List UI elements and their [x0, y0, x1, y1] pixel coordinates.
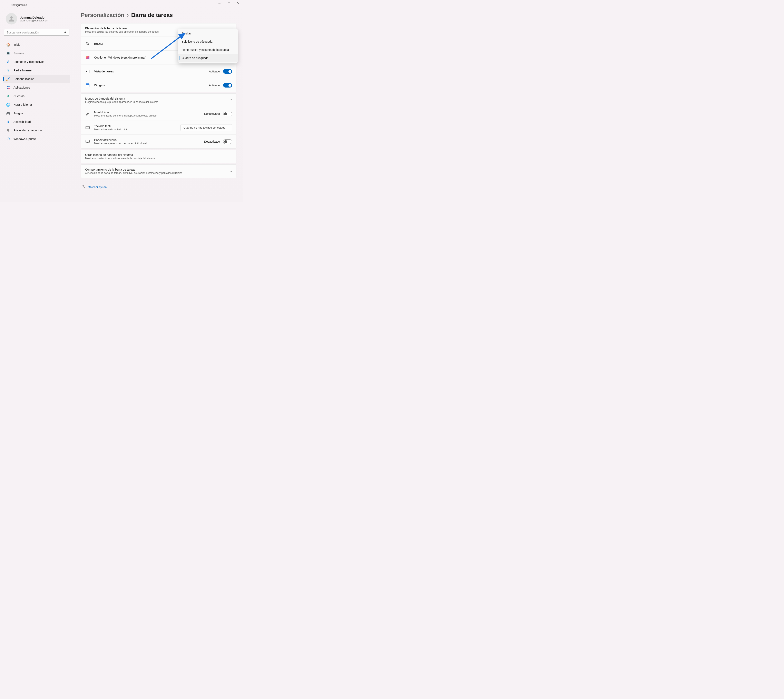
breadcrumb: Personalización › Barra de tareas [81, 12, 236, 18]
nav-accesibilidad[interactable]: Accesibilidad [3, 118, 70, 126]
breadcrumb-parent[interactable]: Personalización [81, 12, 125, 18]
pen-icon [85, 111, 90, 116]
nav-label: Accesibilidad [13, 120, 31, 123]
nav-hora[interactable]: 🌐Hora e idioma [3, 101, 70, 109]
svg-rect-8 [8, 86, 9, 87]
row-sub: Mostrar el icono del menú del lápiz cuan… [94, 114, 204, 117]
row-taskview: Vista de tareas Activado [81, 64, 236, 78]
section-heading: Iconos de bandeja del sistema [85, 97, 158, 100]
update-icon [6, 137, 10, 141]
search-field[interactable] [7, 31, 63, 34]
back-button[interactable]: ← [4, 3, 11, 7]
breadcrumb-current: Barra de tareas [131, 12, 173, 18]
brush-icon: 🖌️ [6, 77, 10, 81]
nav-update[interactable]: Windows Update [3, 135, 70, 143]
nav-privacidad[interactable]: Privacidad y seguridad [3, 126, 70, 134]
widgets-icon [85, 83, 90, 88]
minimize-icon [218, 2, 221, 4]
maximize-icon [228, 2, 230, 4]
svg-text:?: ? [83, 186, 83, 187]
nav-aplicaciones[interactable]: Aplicaciones [3, 83, 70, 92]
dropdown-option-search-box[interactable]: Cuadro de búsqueda [178, 54, 238, 62]
clock-icon: 🌐 [6, 103, 10, 107]
close-button[interactable] [234, 0, 243, 7]
section-taskbar-behavior: Comportamiento de la barra de tareas Ali… [81, 164, 236, 178]
nav-label: Aplicaciones [13, 86, 30, 89]
bluetooth-icon [6, 60, 10, 64]
help-link[interactable]: ? Obtener ayuda [81, 179, 236, 189]
section-other-tray: Otros iconos de bandeja del sistema Most… [81, 150, 236, 163]
toggle-status: Desactivado [204, 140, 220, 143]
section-sub: Mostrar u ocultar iconos adicionales de … [85, 157, 156, 160]
minimize-button[interactable] [215, 0, 224, 7]
user-block[interactable]: Juanma Delgado juanmatek@outlook.com [3, 12, 70, 28]
nav-label: Windows Update [13, 137, 36, 141]
section-header-other-tray[interactable]: Otros iconos de bandeja del sistema Most… [81, 150, 236, 163]
row-touch-keyboard: Teclado táctil Mostrar icono de teclado … [81, 121, 236, 134]
section-sub: Alineación de la barra de tareas, distin… [85, 172, 182, 174]
user-icon [8, 15, 15, 22]
account-icon [6, 94, 10, 98]
nav-label: Privacidad y seguridad [13, 129, 43, 132]
maximize-button[interactable] [224, 0, 234, 7]
toggle-status: Activado [209, 84, 220, 87]
gamepad-icon: 🎮 [6, 111, 10, 115]
toggle-widgets[interactable] [223, 83, 232, 88]
nav-personalizacion[interactable]: 🖌️Personalización [3, 75, 70, 83]
row-pen-menu: Menú Lápiz Mostrar el icono del menú del… [81, 107, 236, 121]
home-icon: 🏠 [6, 43, 10, 47]
row-sub: Mostrar icono de teclado táctil [94, 128, 181, 131]
svg-point-5 [64, 31, 66, 33]
row-label: Menú Lápiz [94, 111, 204, 114]
chevron-right-icon: › [127, 12, 129, 18]
system-icon: 💻 [6, 51, 10, 55]
nav-label: Personalización [13, 77, 34, 81]
toggle-touchpad[interactable] [223, 139, 232, 144]
apps-icon [6, 86, 10, 89]
section-header-tray[interactable]: Iconos de bandeja del sistema Elegir los… [81, 94, 236, 107]
dropdown-option-icon-only[interactable]: Solo icono de búsqueda [178, 38, 238, 46]
svg-rect-9 [7, 88, 8, 89]
svg-rect-10 [8, 88, 9, 89]
touchpad-icon [85, 139, 90, 144]
section-heading: Comportamiento de la barra de tareas [85, 168, 182, 171]
search-icon [63, 30, 67, 34]
row-label: Panel táctil virtual [94, 138, 204, 142]
svg-line-6 [66, 32, 66, 33]
svg-line-14 [88, 44, 89, 45]
nav-juegos[interactable]: 🎮Juegos [3, 109, 70, 117]
avatar [6, 13, 17, 25]
row-label: Widgets [94, 84, 209, 87]
search-input[interactable] [4, 29, 70, 36]
keyboard-icon [85, 125, 90, 130]
dropdown-option-icon-label[interactable]: Icono Buscar y etiqueta de búsqueda [178, 46, 238, 54]
nav-label: Bluetooth y dispositivos [13, 60, 45, 63]
shield-icon [6, 128, 10, 133]
row-label: Vista de tareas [94, 70, 209, 73]
svg-point-11 [8, 95, 8, 96]
toggle-pen[interactable] [223, 112, 232, 116]
section-header-behavior[interactable]: Comportamiento de la barra de tareas Ali… [81, 165, 236, 178]
help-label: Obtener ayuda [88, 186, 107, 189]
dropdown-option-hide[interactable]: Ocultar [178, 29, 238, 38]
help-icon: ? [81, 185, 85, 189]
nav-sistema[interactable]: 💻Sistema [3, 49, 70, 57]
nav-label: Hora e idioma [13, 103, 32, 106]
nav-label: Red e Internet [13, 69, 32, 72]
svg-point-12 [8, 120, 8, 121]
user-name: Juanma Delgado [20, 16, 48, 19]
dropdown-touch-keyboard[interactable]: Cuando no hay teclado conectado ⌄ [181, 124, 232, 131]
nav-cuentas[interactable]: Cuentas [3, 92, 70, 100]
toggle-taskview[interactable] [223, 69, 232, 74]
nav-red[interactable]: Red e Internet [3, 66, 70, 75]
svg-point-4 [10, 16, 13, 19]
window-controls [215, 0, 243, 7]
search-dropdown-menu: Ocultar Solo icono de búsqueda Icono Bus… [178, 28, 238, 63]
nav-label: Sistema [13, 51, 24, 55]
nav-inicio[interactable]: 🏠Inicio [3, 41, 70, 49]
svg-rect-1 [228, 2, 230, 4]
accessibility-icon [6, 120, 10, 124]
nav-bluetooth[interactable]: Bluetooth y dispositivos [3, 58, 70, 66]
toggle-status: Activado [209, 70, 220, 73]
section-sub: Mostrar u ocultar los botones que aparec… [85, 30, 159, 33]
